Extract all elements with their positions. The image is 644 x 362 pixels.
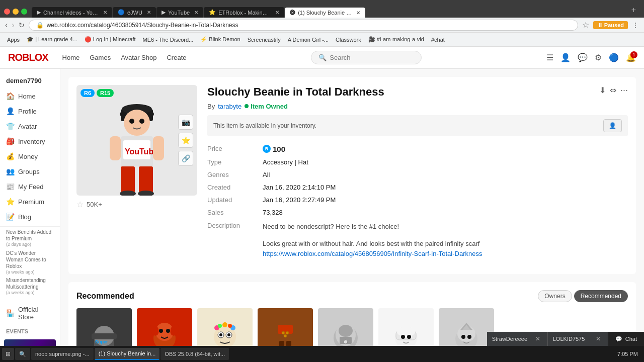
updated-label: Updated: [207, 194, 263, 206]
resize-button[interactable]: ⇔: [610, 85, 616, 95]
recommended-filter-button[interactable]: Recommended: [574, 290, 628, 302]
sidebar-item-blog[interactable]: 📝 Blog: [0, 209, 60, 224]
avatar-image: YouTube: [107, 95, 167, 196]
browser-tab-tab-3[interactable]: ▶YouTube✕: [156, 7, 203, 18]
type-label: Type: [207, 156, 263, 168]
sidebar-username: demen7790: [0, 73, 60, 88]
item-detail-card: YouTube R6 R15: [68, 77, 636, 274]
favorites-row: ☆ 50K+: [76, 200, 197, 209]
chat-user-2[interactable]: LOLKID7575 ✕: [547, 332, 608, 346]
nav-menu-button[interactable]: ☰: [546, 53, 553, 62]
owned-dot: [245, 104, 249, 108]
sidebar-item-premium-label: Premium: [18, 198, 44, 206]
sidebar-item-home-label: Home: [18, 93, 36, 100]
nav-link-avatar-shop[interactable]: Avatar Shop: [121, 54, 156, 61]
address-text[interactable]: web.roblox.com/catalog/4603805914/Slouch…: [47, 22, 571, 29]
nav-chat-button[interactable]: 💬: [578, 53, 588, 62]
minimize-window-button[interactable]: [13, 9, 19, 15]
maximize-window-button[interactable]: [21, 9, 27, 15]
premium-icon: ⭐: [6, 198, 14, 206]
forward-button[interactable]: ›: [12, 21, 14, 30]
nav-link-games[interactable]: Games: [90, 54, 111, 61]
start-button[interactable]: ⊞: [2, 348, 14, 360]
search-input[interactable]: [330, 54, 410, 61]
bookmark-screencastify[interactable]: Screencastify: [245, 36, 284, 44]
bookmark-a-demon-girl--...[interactable]: A Demon Girl -...: [285, 36, 332, 44]
more-options-button[interactable]: ···: [620, 85, 628, 96]
share-button[interactable]: 🔗: [178, 151, 193, 166]
screenshot-button[interactable]: 📷: [178, 115, 193, 130]
price-value: R 100: [263, 142, 628, 156]
chat-user-1[interactable]: StrawDereeee ✕: [487, 332, 547, 346]
roblox-logo: ROBLOX: [8, 52, 48, 63]
browser-tab-tab-2[interactable]: 🔵eJWU✕: [113, 7, 156, 18]
blog-icon: 📝: [6, 213, 14, 221]
try-on-button[interactable]: 👤: [603, 119, 622, 132]
bookmark-star[interactable]: ☆: [582, 20, 589, 30]
bookmark-classwork[interactable]: Classwork: [333, 36, 364, 44]
sales-value: 73,328: [263, 206, 628, 219]
news-title-2: DC's Wonder Woman Comes to Roblox: [6, 250, 46, 269]
avatar-icon: 👕: [6, 122, 14, 130]
taskbar-item-3[interactable]: OBS 25.0.8 (64-bit, wit...: [160, 348, 229, 360]
taskbar-item-2[interactable]: (1) Slouchy Beanie in...: [95, 348, 160, 360]
by-label: By: [207, 103, 215, 110]
sidebar-item-profile[interactable]: 👤 Profile: [0, 104, 60, 119]
sidebar-item-home[interactable]: 🏠 Home: [0, 88, 60, 104]
search-taskbar-button[interactable]: 🔍: [15, 348, 30, 360]
nav-robux-button[interactable]: 🔵: [609, 53, 619, 62]
sidebar-item-inventory[interactable]: 🎒 Inventory: [0, 134, 60, 149]
news-item-1[interactable]: New Benefits Added to Premium (2 days ag…: [6, 229, 54, 248]
bookmark-#chat[interactable]: #chat: [428, 36, 448, 44]
nav-link-create[interactable]: Create: [167, 54, 186, 61]
sidebar-item-avatar[interactable]: 👕 Avatar: [0, 119, 60, 134]
nav-user-button[interactable]: 👤: [560, 53, 571, 62]
description-link[interactable]: https://www.roblox.com/catalog/456805690…: [263, 249, 628, 259]
description-value: Need to be nondescript? Here is the #1 c…: [263, 219, 628, 261]
sidebar-item-official-store[interactable]: 🏪 Official Store: [0, 302, 60, 324]
bookmark-🎓-|-learn-grade-4...[interactable]: 🎓 | Learn grade 4...: [24, 35, 80, 44]
download-button[interactable]: ⬇: [599, 85, 606, 95]
sidebar-official-store-label: Official Store: [18, 306, 54, 321]
bookmark-me6---the-discord...[interactable]: ME6 - The Discord...: [140, 36, 197, 44]
robux-icon: R: [263, 145, 271, 153]
browser-tab-tab-4[interactable]: ⭐ETRoblox - Making Roblox Bete...✕: [204, 7, 284, 18]
sidebar-item-my-feed[interactable]: 📰 My Feed: [0, 179, 60, 194]
chat-icon: 💬: [615, 336, 622, 342]
nav-settings-button[interactable]: ⚙: [595, 53, 602, 62]
bookmark-🎥-#i-am-making-a-vid[interactable]: 🎥 #i-am-making-a-vid: [365, 35, 427, 44]
store-icon: 🏪: [6, 309, 14, 317]
sidebar-item-money-label: Money: [18, 153, 38, 160]
nav-link-home[interactable]: Home: [62, 54, 80, 61]
bookmark-🔴-log-in-|-minecraft[interactable]: 🔴 Log In | Minecraft: [82, 35, 139, 44]
browser-tab-tab-1[interactable]: ▶Channel videos - YouTube Studio✕: [32, 7, 112, 18]
browser-tab-tab-5[interactable]: 🅡(1) Slouchy Beanie in Total Dark...✕: [285, 8, 365, 18]
item-image-box: YouTube R6 R15: [76, 85, 197, 196]
owners-filter-button[interactable]: Owners: [538, 290, 572, 302]
back-button[interactable]: ‹: [5, 21, 8, 30]
r6-badge: R6: [80, 89, 95, 97]
bookmark-⚡-blink-demon[interactable]: ⚡ Blink Demon: [197, 35, 243, 44]
author-link[interactable]: tarabyte: [218, 103, 242, 110]
sidebar-item-premium[interactable]: ⭐ Premium: [0, 194, 60, 209]
close-window-button[interactable]: [4, 9, 10, 15]
new-tab-button[interactable]: +: [627, 6, 640, 18]
reload-button[interactable]: ↻: [19, 21, 25, 29]
news-item-3[interactable]: Misunderstanding Multiscattering (a week…: [6, 277, 54, 296]
bookmark-apps[interactable]: Apps: [4, 36, 23, 44]
chat-user-1-close[interactable]: ✕: [533, 335, 542, 342]
svg-point-21: [159, 329, 163, 333]
news-item-2[interactable]: DC's Wonder Woman Comes to Roblox (a wee…: [6, 250, 54, 276]
extensions-button[interactable]: ⋮: [632, 21, 639, 29]
chat-label-button[interactable]: 💬 Chat: [608, 332, 644, 346]
sidebar-item-groups[interactable]: 👥 Groups: [0, 164, 60, 179]
version-badges: R6 R15: [80, 89, 114, 97]
favorite-button[interactable]: ⭐: [178, 133, 193, 148]
nav-notifications-button[interactable]: 🔔1: [626, 53, 636, 62]
chat-user-2-close[interactable]: ✕: [594, 335, 603, 342]
owned-badge: Item Owned: [245, 103, 288, 110]
svg-point-39: [286, 331, 289, 334]
taskbar-item-1[interactable]: noob supreme.png -...: [31, 348, 94, 360]
svg-point-28: [219, 333, 222, 336]
sidebar-item-money[interactable]: 💰 Money: [0, 149, 60, 164]
